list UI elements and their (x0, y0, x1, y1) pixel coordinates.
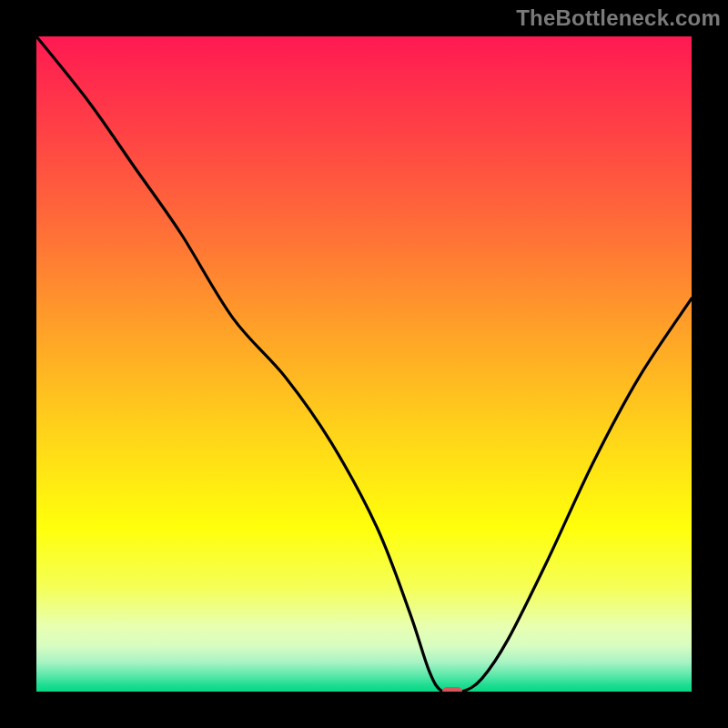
watermark-text: TheBottleneck.com (516, 5, 721, 31)
plot-area (36, 36, 692, 692)
optimal-marker (442, 687, 462, 692)
bottleneck-curve (36, 36, 692, 692)
chart-container: TheBottleneck.com (0, 0, 728, 728)
